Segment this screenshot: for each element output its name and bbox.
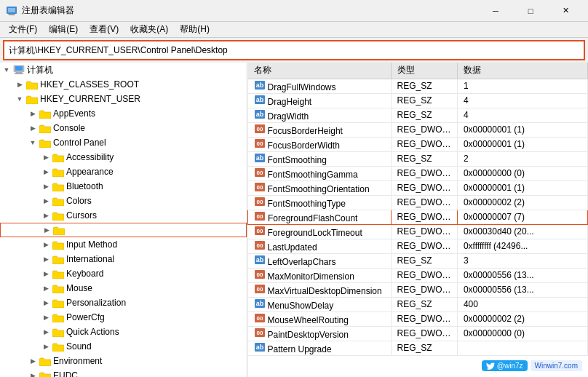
tree-label-hkcu: HKEY_CURRENT_USER (40, 94, 140, 104)
tree-item-computer[interactable]: ▼ 计算机 (0, 63, 247, 77)
reg-name: 00FocusBorderWidth (248, 137, 392, 151)
tree-item-quickactions[interactable]: ▶ Quick Actions (0, 325, 247, 339)
reg-type: REG_SZ (391, 253, 457, 268)
registry-row[interactable]: abFontSmoothingREG_SZ2 (248, 151, 588, 166)
registry-row[interactable]: abDragWidthREG_SZ4 (248, 108, 588, 122)
folder-icon (52, 195, 64, 207)
tree-item-appevents[interactable]: ▶ AppEvents (0, 106, 247, 121)
tree-expander-hkcr[interactable]: ▶ (13, 77, 26, 92)
menu-item-编辑(E)[interactable]: 编辑(E) (43, 22, 84, 37)
tree-expander-powercfg[interactable]: ▶ (39, 310, 52, 325)
tree-item-inputmethod[interactable]: ▶ Input Method (0, 237, 247, 252)
tree-label-environment: Environment (53, 356, 102, 366)
registry-row[interactable]: 00FocusBorderHeightREG_DWORD0x00000001 (… (248, 122, 588, 137)
tree-label-accessibility: Accessibility (66, 152, 114, 162)
registry-row[interactable]: abMenuShowDelayREG_SZ400 (248, 297, 588, 311)
tree-expander-controlpanel[interactable]: ▼ (26, 135, 39, 150)
reg-data: 4 (457, 108, 587, 122)
folder-icon (52, 341, 64, 352)
tree-expander-cursors[interactable]: ▶ (39, 208, 52, 223)
tree-item-sound[interactable]: ▶ Sound (0, 339, 247, 354)
tree-expander-bluetooth[interactable]: ▶ (39, 179, 52, 194)
tree-item-international[interactable]: ▶ International (0, 252, 247, 266)
tree-label-cursors: Cursors (66, 210, 97, 221)
svg-text:00: 00 (256, 126, 263, 132)
reg-data: 0x00000000 (0) (457, 166, 587, 180)
registry-row[interactable]: 00MaxMonitorDimensionREG_DWORD0x00000556… (248, 268, 588, 282)
reg-type-icon: ab (254, 298, 266, 309)
tree-item-cursors[interactable]: ▶ Cursors (0, 208, 247, 223)
menu-item-查看(V)[interactable]: 查看(V) (84, 22, 124, 37)
minimize-button[interactable]: ─ (479, 0, 512, 22)
tree-item-desktop[interactable]: ▶ Desktop (0, 223, 247, 237)
tree-expander-console[interactable]: ▶ (26, 121, 39, 135)
tree-expander-inputmethod[interactable]: ▶ (39, 237, 52, 252)
tree-expander-computer[interactable]: ▼ (0, 63, 13, 77)
registry-row[interactable]: 00PaintDesktopVersionREG_DWORD0x00000000… (248, 326, 588, 341)
registry-row[interactable]: 00FontSmoothingOrientationREG_DWORD0x000… (248, 180, 588, 195)
menu-item-文件(F)[interactable]: 文件(F) (3, 22, 43, 37)
tree-panel[interactable]: ▼ 计算机▶ HKEY_CLASSES_ROOT▼ HKEY_CURRENT_U… (0, 63, 247, 377)
registry-row[interactable]: 00FontSmoothingGammaREG_DWORD0x00000000 … (248, 166, 588, 180)
registry-row[interactable]: 00ForegroundLockTimeoutREG_DWORD0x00030d… (248, 224, 588, 239)
address-bar: 计算机\HKEY_CURRENT_USER\Control Panel\Desk… (3, 40, 585, 60)
svg-text:ab: ab (255, 154, 263, 162)
tree-label-inputmethod: Input Method (66, 239, 117, 250)
tree-item-bluetooth[interactable]: ▶ Bluetooth (0, 179, 247, 194)
tree-expander-hkcu[interactable]: ▼ (13, 92, 26, 106)
tree-label-desktop: Desktop (67, 225, 99, 235)
tree-item-eudc[interactable]: ▶ EUDC (0, 368, 247, 377)
tree-expander-colors[interactable]: ▶ (39, 194, 52, 208)
menu-item-帮助(H)[interactable]: 帮助(H) (174, 22, 215, 37)
tree-item-mouse[interactable]: ▶ Mouse (0, 281, 247, 295)
registry-row[interactable]: abDragFullWindowsREG_SZ1 (248, 79, 588, 93)
reg-type-icon: ab (254, 95, 266, 105)
registry-row[interactable]: 00ForegroundFlashCountREG_DWORD0x0000000… (248, 210, 588, 224)
tree-item-controlpanel[interactable]: ▼ Control Panel (0, 135, 247, 150)
maximize-button[interactable]: □ (514, 0, 547, 22)
address-text: 计算机\HKEY_CURRENT_USER\Control Panel\Desk… (9, 44, 228, 57)
reg-name: 00FocusBorderHeight (248, 122, 392, 137)
tree-item-personalization[interactable]: ▶ Personalization (0, 295, 247, 310)
tree-item-hkcr[interactable]: ▶ HKEY_CLASSES_ROOT (0, 77, 247, 92)
registry-panel[interactable]: 名称 类型 数据 abDragFullWindowsREG_SZ1abDragH… (247, 63, 588, 377)
svg-rect-6 (16, 72, 22, 74)
registry-row[interactable]: 00MaxVirtualDesktopDimensionREG_DWORD0x0… (248, 282, 588, 297)
registry-row[interactable]: 00FontSmoothingTypeREG_DWORD0x00000002 (… (248, 195, 588, 210)
close-button[interactable]: ✕ (549, 0, 582, 22)
tree-item-powercfg[interactable]: ▶ PowerCfg (0, 310, 247, 325)
svg-text:ab: ab (255, 344, 263, 351)
registry-row[interactable]: abLeftOverlapCharsREG_SZ3 (248, 253, 588, 268)
registry-row[interactable]: 00MouseWheelRoutingREG_DWORD0x00000002 (… (248, 311, 588, 326)
watermark: @win7z Winwin7.com (482, 360, 582, 371)
registry-row[interactable]: 00FocusBorderWidthREG_DWORD0x00000001 (1… (248, 137, 588, 151)
tree-expander-personalization[interactable]: ▶ (39, 295, 52, 310)
tree-expander-desktop[interactable]: ▶ (40, 223, 53, 237)
tree-item-hkcu[interactable]: ▼ HKEY_CURRENT_USER (0, 92, 247, 106)
reg-data: 0x00000000 (0) (457, 326, 587, 341)
tree-item-console[interactable]: ▶ Console (0, 121, 247, 135)
registry-row[interactable]: abDragHeightREG_SZ4 (248, 93, 588, 108)
tree-expander-sound[interactable]: ▶ (39, 339, 52, 354)
tree-item-environment[interactable]: ▶ Environment (0, 354, 247, 368)
tree-expander-mouse[interactable]: ▶ (39, 281, 52, 295)
tree-expander-accessibility[interactable]: ▶ (39, 150, 52, 164)
reg-type-icon: 00 (254, 240, 266, 250)
svg-rect-5 (15, 66, 23, 71)
tree-item-appearance[interactable]: ▶ Appearance (0, 164, 247, 179)
registry-row[interactable]: 00LastUpdatedREG_DWORD0xffffffff (42496.… (248, 239, 588, 253)
reg-type-icon: 00 (254, 197, 266, 207)
tree-expander-appearance[interactable]: ▶ (39, 164, 52, 179)
tree-item-colors[interactable]: ▶ Colors (0, 194, 247, 208)
tree-expander-appevents[interactable]: ▶ (26, 106, 39, 121)
tree-item-accessibility[interactable]: ▶ Accessibility (0, 150, 247, 164)
tree-expander-keyboard[interactable]: ▶ (39, 266, 52, 281)
tree-expander-eudc[interactable]: ▶ (26, 368, 39, 377)
tree-expander-environment[interactable]: ▶ (26, 354, 39, 368)
registry-row[interactable]: abPattern UpgradeREG_SZ (248, 341, 588, 355)
tree-item-keyboard[interactable]: ▶ Keyboard (0, 266, 247, 281)
menu-item-收藏夹(A)[interactable]: 收藏夹(A) (124, 22, 174, 37)
folder-icon (39, 108, 51, 119)
tree-expander-international[interactable]: ▶ (39, 252, 52, 266)
tree-expander-quickactions[interactable]: ▶ (39, 325, 52, 339)
